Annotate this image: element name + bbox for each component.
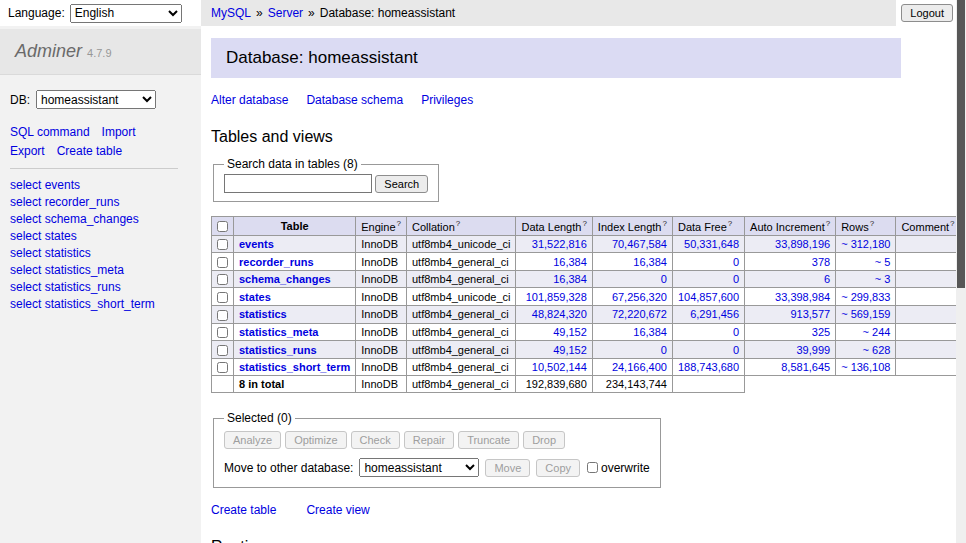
index-length-link[interactable]: 0: [661, 273, 667, 285]
help-icon[interactable]: ?: [728, 219, 732, 228]
create-link-create-table[interactable]: Create table: [211, 503, 276, 517]
data-free-link[interactable]: 0: [733, 344, 739, 356]
help-icon[interactable]: ?: [826, 219, 830, 228]
data-length-link[interactable]: 49,152: [553, 326, 587, 338]
move-button[interactable]: Move: [485, 459, 530, 477]
table-link-schema_changes[interactable]: schema_changes: [239, 273, 331, 285]
auto-increment-link[interactable]: 6: [824, 273, 830, 285]
rows-link[interactable]: ~ 299,833: [841, 291, 890, 303]
sidebar-table-link-select-statistics-meta[interactable]: select statistics_meta: [10, 263, 191, 277]
auto-increment-link[interactable]: 33,398,984: [775, 291, 830, 303]
auto-increment-link[interactable]: 8,581,645: [781, 361, 830, 373]
data-free-link[interactable]: 188,743,680: [678, 361, 739, 373]
data-length-link[interactable]: 16,384: [553, 273, 587, 285]
auto-increment-link[interactable]: 913,577: [790, 308, 830, 320]
auto-increment-link[interactable]: 39,999: [797, 344, 831, 356]
index-length-link[interactable]: 16,384: [633, 256, 667, 268]
db-link-alter-database[interactable]: Alter database: [211, 93, 288, 107]
sidebar-table-link-select-statistics-short-term[interactable]: select statistics_short_term: [10, 297, 191, 311]
db-select[interactable]: homeassistant: [36, 90, 156, 109]
data-free-link[interactable]: 104,857,600: [678, 291, 739, 303]
table-link-states[interactable]: states: [239, 291, 271, 303]
data-length-link[interactable]: 10,502,144: [532, 361, 587, 373]
sidebar-table-link-select-states[interactable]: select states: [10, 229, 191, 243]
data-length-link[interactable]: 101,859,328: [526, 291, 587, 303]
row-checkbox[interactable]: [217, 345, 228, 356]
auto-increment-link[interactable]: 33,898,196: [775, 238, 830, 250]
help-icon[interactable]: ?: [662, 219, 666, 228]
logout-button[interactable]: Logout: [901, 4, 953, 22]
table-link-statistics_meta[interactable]: statistics_meta: [239, 326, 319, 338]
sidebar-table-link-select-schema-changes[interactable]: select schema_changes: [10, 212, 191, 226]
data-free-link[interactable]: 0: [733, 326, 739, 338]
data-free-link[interactable]: 0: [733, 273, 739, 285]
row-checkbox[interactable]: [217, 327, 228, 338]
help-icon[interactable]: ?: [456, 219, 460, 228]
row-checkbox[interactable]: [217, 274, 228, 285]
sidebar-table-link-select-events[interactable]: select events: [10, 178, 191, 192]
index-length-link[interactable]: 67,256,320: [612, 291, 667, 303]
copy-button[interactable]: Copy: [536, 459, 580, 477]
row-checkbox[interactable]: [217, 310, 228, 321]
row-checkbox[interactable]: [217, 292, 228, 303]
index-length-link[interactable]: 24,166,400: [612, 361, 667, 373]
sidebar-link-import[interactable]: Import: [102, 125, 136, 139]
language-select[interactable]: English: [70, 4, 182, 23]
auto-increment-link[interactable]: 325: [812, 326, 830, 338]
search-button[interactable]: Search: [375, 175, 428, 193]
data-length-link[interactable]: 16,384: [553, 256, 587, 268]
data-free-link[interactable]: 50,331,648: [684, 238, 739, 250]
check-button[interactable]: Check: [351, 431, 400, 449]
data-free-link[interactable]: 0: [733, 256, 739, 268]
truncate-button[interactable]: Truncate: [458, 431, 519, 449]
search-input[interactable]: [224, 174, 372, 193]
help-icon[interactable]: ?: [397, 219, 401, 228]
rows-link[interactable]: ~ 3: [875, 273, 891, 285]
rows-link[interactable]: ~ 244: [863, 326, 891, 338]
sidebar-table-link-select-statistics[interactable]: select statistics: [10, 246, 191, 260]
row-checkbox[interactable]: [217, 239, 228, 250]
data-length-link[interactable]: 48,824,320: [532, 308, 587, 320]
data-length-link[interactable]: 49,152: [553, 344, 587, 356]
optimize-button[interactable]: Optimize: [285, 431, 346, 449]
data-free-link[interactable]: 6,291,456: [690, 308, 739, 320]
db-link-privileges[interactable]: Privileges: [421, 93, 473, 107]
sidebar-link-sql-command[interactable]: SQL command: [10, 125, 90, 139]
data-length-link[interactable]: 31,522,816: [532, 238, 587, 250]
table-link-statistics_runs[interactable]: statistics_runs: [239, 344, 317, 356]
table-link-recorder_runs[interactable]: recorder_runs: [239, 256, 314, 268]
sidebar-link-create-table[interactable]: Create table: [57, 144, 122, 158]
breadcrumb-link-server[interactable]: Server: [268, 6, 303, 20]
index-length-link[interactable]: 16,384: [633, 326, 667, 338]
sidebar-table-link-select-recorder-runs[interactable]: select recorder_runs: [10, 195, 191, 209]
sidebar-table-link-select-statistics-runs[interactable]: select statistics_runs: [10, 280, 191, 294]
analyze-button[interactable]: Analyze: [224, 431, 281, 449]
sidebar-link-export[interactable]: Export: [10, 144, 45, 158]
index-length-link[interactable]: 0: [661, 344, 667, 356]
auto-increment-link[interactable]: 378: [812, 256, 830, 268]
select-all-checkbox[interactable]: [217, 221, 228, 232]
table-link-events[interactable]: events: [239, 238, 274, 250]
breadcrumb-link-mysql[interactable]: MySQL: [211, 6, 251, 20]
rows-link[interactable]: ~ 628: [863, 344, 891, 356]
app-name[interactable]: Adminer: [15, 41, 82, 61]
scrollbar[interactable]: [956, 0, 966, 543]
drop-button[interactable]: Drop: [523, 431, 565, 449]
rows-link[interactable]: ~ 136,108: [841, 361, 890, 373]
index-length-link[interactable]: 72,220,672: [612, 308, 667, 320]
table-link-statistics_short_term[interactable]: statistics_short_term: [239, 361, 350, 373]
help-icon[interactable]: ?: [870, 219, 874, 228]
repair-button[interactable]: Repair: [404, 431, 454, 449]
table-link-statistics[interactable]: statistics: [239, 308, 287, 320]
row-checkbox[interactable]: [217, 362, 228, 373]
help-icon[interactable]: ?: [582, 219, 586, 228]
rows-link[interactable]: ~ 312,180: [841, 238, 890, 250]
db-link-database-schema[interactable]: Database schema: [306, 93, 403, 107]
scrollbar-thumb[interactable]: [957, 0, 965, 288]
create-link-create-view[interactable]: Create view: [306, 503, 369, 517]
overwrite-checkbox[interactable]: [587, 462, 598, 473]
help-icon[interactable]: ?: [950, 219, 954, 228]
index-length-link[interactable]: 70,467,584: [612, 238, 667, 250]
rows-link[interactable]: ~ 569,159: [841, 308, 890, 320]
move-database-select[interactable]: homeassistant: [359, 458, 479, 477]
